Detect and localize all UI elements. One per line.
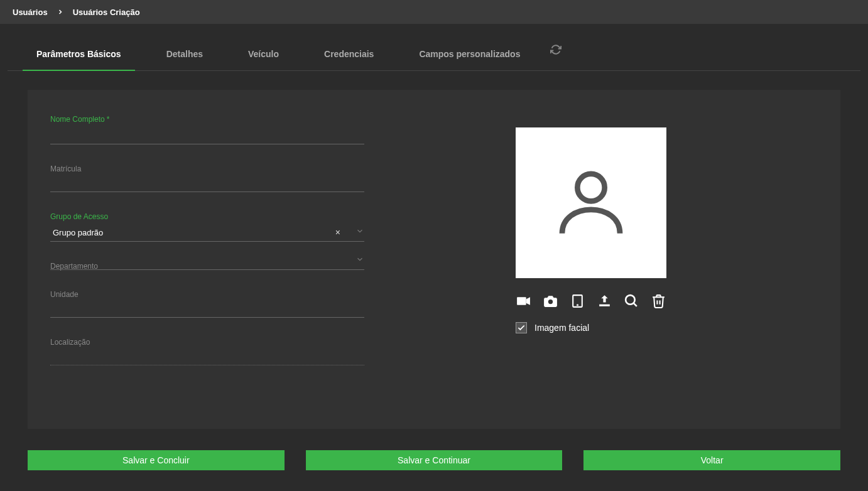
svg-rect-6	[599, 305, 610, 306]
svg-point-3	[548, 299, 553, 304]
grupo-acesso-select[interactable]: Grupo padrão ×	[50, 225, 364, 242]
departamento-select[interactable]	[50, 263, 364, 270]
svg-point-0	[577, 174, 604, 201]
voltar-button[interactable]: Voltar	[583, 450, 840, 470]
form-panel: Nome Completo* Matrícula Grupo de Acesso…	[28, 90, 840, 429]
salvar-concluir-button[interactable]: Salvar e Concluir	[28, 450, 285, 470]
chevron-right-icon	[57, 8, 64, 16]
tab-detalhes[interactable]: Detalhes	[144, 31, 225, 70]
camera-icon[interactable]	[543, 293, 558, 310]
photo-actions	[516, 293, 666, 310]
svg-marker-2	[526, 297, 530, 305]
unidade-label: Unidade	[50, 290, 364, 299]
svg-line-8	[634, 303, 637, 306]
localizacao-input[interactable]	[50, 348, 364, 365]
imagem-facial-label: Imagem facial	[534, 323, 589, 333]
localizacao-label: Localização	[50, 338, 364, 347]
nome-completo-label: Nome Completo*	[50, 115, 364, 124]
tab-veiculo[interactable]: Veículo	[225, 31, 301, 70]
chip-remove-icon[interactable]: ×	[335, 227, 340, 237]
tab-credenciais[interactable]: Credenciais	[301, 31, 396, 70]
chevron-down-icon[interactable]	[355, 227, 364, 238]
salvar-continuar-button[interactable]: Salvar e Continuar	[306, 450, 563, 470]
imagem-facial-checkbox[interactable]	[516, 322, 527, 333]
refresh-icon[interactable]	[550, 44, 561, 58]
trash-icon[interactable]	[651, 293, 666, 310]
matricula-label: Matrícula	[50, 165, 364, 173]
svg-point-5	[577, 305, 578, 305]
tab-campos-personalizados[interactable]: Campos personalizados	[396, 31, 543, 70]
tablet-icon[interactable]	[570, 293, 585, 310]
grupo-chip: Grupo padrão	[53, 228, 103, 237]
breadcrumb: Usuários Usuários Criação	[0, 0, 868, 24]
chevron-down-icon[interactable]	[355, 255, 364, 266]
svg-point-7	[626, 295, 635, 305]
video-icon[interactable]	[516, 293, 531, 310]
unidade-input[interactable]	[50, 301, 364, 318]
button-row: Salvar e Concluir Salvar e Continuar Vol…	[28, 450, 840, 470]
upload-icon[interactable]	[597, 293, 612, 310]
breadcrumb-root[interactable]: Usuários	[13, 8, 48, 17]
tab-parametros-basicos[interactable]: Parâmetros Básicos	[14, 31, 144, 70]
svg-rect-1	[517, 297, 526, 305]
grupo-acesso-label: Grupo de Acesso	[50, 212, 364, 221]
avatar-placeholder	[516, 127, 666, 278]
nome-completo-input[interactable]	[50, 127, 364, 144]
search-icon[interactable]	[624, 293, 639, 310]
matricula-input[interactable]	[50, 175, 364, 192]
breadcrumb-current: Usuários Criação	[73, 8, 140, 17]
tab-bar: Parâmetros Básicos Detalhes Veículo Cred…	[8, 31, 860, 71]
